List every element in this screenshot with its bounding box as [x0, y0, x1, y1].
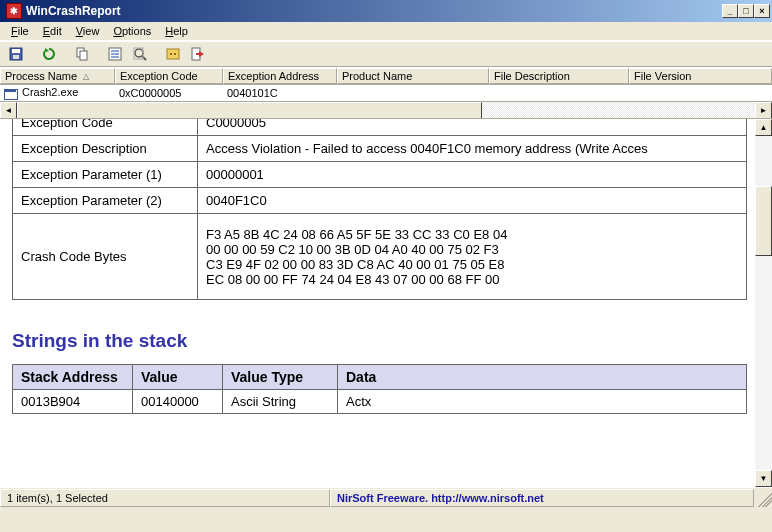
options-icon[interactable] [161, 43, 184, 65]
svg-point-14 [174, 53, 176, 55]
label-crash-bytes: Crash Code Bytes [13, 214, 198, 300]
scroll-right-icon[interactable]: ► [755, 102, 772, 119]
col-exception-address[interactable]: Exception Address [223, 68, 337, 84]
scroll-left-icon[interactable]: ◄ [0, 102, 17, 119]
detail-pane: Exception CodeC0000005 Exception Descrip… [0, 118, 772, 487]
window-title: WinCrashReport [26, 4, 722, 18]
col-file-description[interactable]: File Description [489, 68, 629, 84]
col-stack-address[interactable]: Stack Address [13, 365, 133, 390]
col-value-type[interactable]: Value Type [223, 365, 338, 390]
stack-strings-table: Stack Address Value Value Type Data 0013… [12, 364, 747, 414]
svg-rect-12 [167, 49, 179, 59]
table-row: Crash Code BytesF3 A5 8B 4C 24 08 66 A5 … [13, 214, 747, 300]
cell-exaddr: 0040101C [223, 87, 337, 99]
cell-process: Crash2.exe [0, 86, 115, 100]
label-exception-param1: Exception Parameter (1) [13, 162, 198, 188]
value-exception-description: Access Violation - Failed to access 0040… [198, 136, 747, 162]
cell-excode: 0xC0000005 [115, 87, 223, 99]
scroll-up-icon[interactable]: ▲ [755, 119, 772, 136]
menu-view[interactable]: View [69, 23, 107, 39]
list-hscroll[interactable]: ◄ ► [0, 101, 772, 118]
process-list[interactable]: Crash2.exe 0xC0000005 0040101C [0, 84, 772, 101]
app-icon: ✱ [6, 3, 22, 19]
col-file-version[interactable]: File Version [629, 68, 772, 84]
menubar: File Edit View Options Help [0, 22, 772, 41]
detail-vscroll[interactable]: ▲ ▼ [755, 119, 772, 487]
value-exception-param2: 0040F1C0 [198, 188, 747, 214]
value-crash-bytes: F3 A5 8B 4C 24 08 66 A5 5F 5E 33 CC 33 C… [198, 214, 747, 300]
scroll-down-icon[interactable]: ▼ [755, 470, 772, 487]
statusbar: 1 item(s), 1 Selected NirSoft Freeware. … [0, 487, 772, 507]
cell-data: Actx [338, 390, 747, 414]
menu-help[interactable]: Help [158, 23, 195, 39]
menu-edit[interactable]: Edit [36, 23, 69, 39]
table-row: Exception CodeC0000005 [13, 119, 747, 136]
crash-info-table: Exception CodeC0000005 Exception Descrip… [12, 119, 747, 300]
refresh-icon[interactable] [37, 43, 60, 65]
svg-rect-1 [12, 49, 20, 53]
label-exception-param2: Exception Parameter (2) [13, 188, 198, 214]
col-data[interactable]: Data [338, 365, 747, 390]
status-link[interactable]: NirSoft Freeware. http://www.nirsoft.net [330, 489, 754, 507]
svg-point-9 [135, 49, 143, 57]
maximize-button[interactable]: □ [738, 4, 754, 18]
cell-stack-addr: 0013B904 [13, 390, 133, 414]
process-icon [4, 86, 20, 100]
col-process[interactable]: Process Name△ [0, 68, 115, 84]
svg-point-13 [170, 53, 172, 55]
properties-icon[interactable] [103, 43, 126, 65]
value-exception-param1: 00000001 [198, 162, 747, 188]
toolbar [0, 41, 772, 67]
table-row: 0013B904 00140000 Ascii String Actx [13, 390, 747, 414]
hscroll-track[interactable] [17, 102, 755, 118]
resize-grip-icon[interactable] [754, 489, 772, 507]
col-exception-code[interactable]: Exception Code [115, 68, 223, 84]
minimize-button[interactable]: _ [722, 4, 738, 18]
find-icon[interactable] [128, 43, 151, 65]
col-stack-value[interactable]: Value [133, 365, 223, 390]
section-title-strings: Strings in the stack [12, 330, 747, 352]
list-row[interactable]: Crash2.exe 0xC0000005 0040101C [0, 85, 772, 101]
table-row: Exception Parameter (1)00000001 [13, 162, 747, 188]
svg-rect-4 [80, 51, 87, 60]
value-exception-code: C0000005 [198, 119, 747, 136]
sort-asc-icon: △ [83, 72, 89, 81]
svg-rect-2 [13, 55, 19, 59]
exit-icon[interactable] [186, 43, 209, 65]
save-icon[interactable] [4, 43, 27, 65]
close-button[interactable]: × [754, 4, 770, 18]
hscroll-thumb[interactable] [17, 102, 482, 119]
titlebar: ✱ WinCrashReport _ □ × [0, 0, 772, 22]
label-exception-description: Exception Description [13, 136, 198, 162]
menu-options[interactable]: Options [106, 23, 158, 39]
cell-value-type: Ascii String [223, 390, 338, 414]
vscroll-thumb[interactable] [755, 186, 772, 256]
label-exception-code: Exception Code [13, 119, 198, 136]
cell-stack-value: 00140000 [133, 390, 223, 414]
table-row: Exception Parameter (2)0040F1C0 [13, 188, 747, 214]
menu-file[interactable]: File [4, 23, 36, 39]
col-product-name[interactable]: Product Name [337, 68, 489, 84]
vscroll-track[interactable] [755, 136, 772, 470]
list-header: Process Name△ Exception Code Exception A… [0, 67, 772, 84]
table-row: Exception DescriptionAccess Violation - … [13, 136, 747, 162]
status-text: 1 item(s), 1 Selected [0, 489, 330, 507]
copy-icon[interactable] [70, 43, 93, 65]
